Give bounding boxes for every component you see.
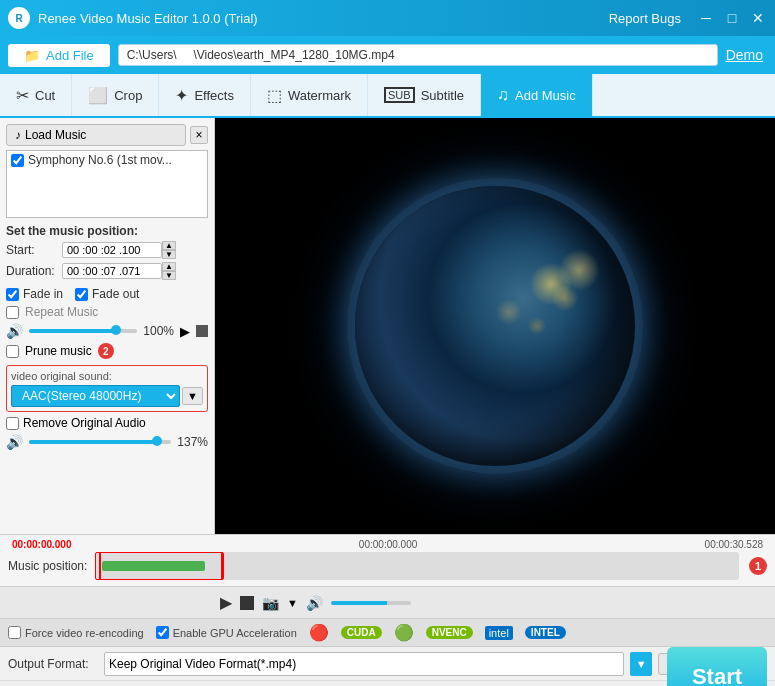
playback-controls: ▶ 📷 ▼ 🔊 (0, 586, 775, 618)
tab-addmusic-label: Add Music (515, 88, 576, 103)
remove-audio-row: Remove Original Audio (6, 416, 208, 430)
duration-spin-buttons: ▲ ▼ (162, 262, 176, 280)
duration-time-input[interactable] (62, 263, 162, 279)
output-format-dropdown-button[interactable]: ▼ (630, 652, 652, 676)
output-format-row: Output Format: ▼ Output Settings (0, 647, 775, 681)
timeline-badge: 1 (749, 557, 767, 575)
start-time-input[interactable] (62, 242, 162, 258)
title-bar: R Renee Video Music Editor 1.0.0 (Trial)… (0, 0, 775, 36)
sound-select[interactable]: AAC(Stereo 48000Hz) (11, 385, 180, 407)
file-path-input[interactable] (118, 44, 718, 66)
playback-volume-icon: 🔊 (306, 595, 323, 611)
timeline-time1: 00:00:00.000 (12, 539, 72, 550)
tab-addmusic[interactable]: ♫ Add Music (481, 74, 593, 116)
main-content: ♪ Load Music × Symphony No.6 (1st mov...… (0, 118, 775, 534)
music-item-checkbox[interactable] (11, 154, 24, 167)
tab-effects[interactable]: ✦ Effects (159, 74, 251, 116)
prune-music-checkbox[interactable] (6, 345, 19, 358)
tab-effects-label: Effects (194, 88, 234, 103)
start-button[interactable]: Start (667, 647, 767, 686)
report-bugs-link[interactable]: Report Bugs (609, 11, 681, 26)
sound-dropdown-button[interactable]: ▼ (182, 387, 203, 405)
duration-spin-up[interactable]: ▲ (162, 262, 176, 271)
stop-button[interactable] (196, 325, 208, 337)
volume-row: 🔊 100% ▶ (6, 323, 208, 339)
playback-play-button[interactable]: ▶ (220, 593, 232, 612)
enable-gpu-option[interactable]: Enable GPU Acceleration (156, 626, 297, 639)
fade-in-checkbox[interactable] (6, 288, 19, 301)
start-spin-up[interactable]: ▲ (162, 241, 176, 250)
music-item-name: Symphony No.6 (1st mov... (28, 153, 172, 167)
tab-subtitle[interactable]: SUB Subtitle (368, 74, 481, 116)
volume-percent: 100% (143, 324, 174, 338)
tab-cut-label: Cut (35, 88, 55, 103)
volume2-percent: 137% (177, 435, 208, 449)
repeat-music-checkbox[interactable] (6, 306, 19, 319)
restore-button[interactable]: □ (723, 9, 741, 27)
app-title: Renee Video Music Editor 1.0.0 (Trial) (38, 11, 609, 26)
close-music-button[interactable]: × (190, 126, 208, 144)
output-format-input[interactable] (104, 652, 624, 676)
start-spin-buttons: ▲ ▼ (162, 241, 176, 259)
volume2-slider[interactable] (29, 440, 171, 444)
load-music-button[interactable]: ♪ Load Music (6, 124, 186, 146)
music-note-icon: ♪ (15, 128, 21, 142)
bottom-section: Force video re-encoding Enable GPU Accel… (0, 618, 775, 686)
position-section: Set the music position: Start: ▲ ▼ Durat… (6, 224, 208, 283)
timeline-ruler: 00:00:00.000 00:00:00.000 00:00:30.528 (8, 539, 767, 550)
duration-time-row: Duration: ▲ ▼ (6, 262, 208, 280)
nvenc-badge: NVENC (426, 626, 473, 639)
intel-badge: INTEL (525, 626, 566, 639)
fade-out-checkbox[interactable] (75, 288, 88, 301)
minimize-button[interactable]: ─ (697, 9, 715, 27)
cut-icon: ✂ (16, 86, 29, 105)
add-file-icon: 📁 (24, 48, 40, 63)
output-folder-row: Output Folder: 📁 🔍 (0, 681, 775, 686)
demo-link[interactable]: Demo (726, 47, 763, 63)
add-file-label: Add File (46, 48, 94, 63)
watermark-icon: ⬚ (267, 86, 282, 105)
left-panel: ♪ Load Music × Symphony No.6 (1st mov...… (0, 118, 215, 534)
fade-checkboxes-row: Fade in Fade out (6, 287, 208, 301)
subtitle-icon: SUB (384, 87, 415, 103)
force-reencode-option[interactable]: Force video re-encoding (8, 626, 144, 639)
play-button[interactable]: ▶ (180, 324, 190, 339)
addmusic-icon: ♫ (497, 86, 509, 104)
prune-music-row: Prune music 2 (6, 343, 208, 359)
camera-icon[interactable]: 📷 (262, 595, 279, 611)
crop-icon: ⬜ (88, 86, 108, 105)
music-position-label: Music position: (8, 559, 87, 573)
start-spin-down[interactable]: ▼ (162, 250, 176, 259)
gpu-logo-nvidia: 🟢 (394, 623, 414, 642)
enable-gpu-label: Enable GPU Acceleration (173, 627, 297, 639)
add-file-button[interactable]: 📁 Add File (8, 44, 110, 67)
tab-watermark[interactable]: ⬚ Watermark (251, 74, 368, 116)
tab-crop[interactable]: ⬜ Crop (72, 74, 159, 116)
nav-tabs: ✂ Cut ⬜ Crop ✦ Effects ⬚ Watermark SUB S… (0, 74, 775, 118)
fade-out-label[interactable]: Fade out (75, 287, 139, 301)
video-preview (355, 186, 635, 466)
video-sound-label: video original sound: (11, 370, 203, 382)
volume-slider[interactable] (29, 329, 137, 333)
prune-badge: 2 (98, 343, 114, 359)
add-file-bar: 📁 Add File Demo (0, 36, 775, 74)
timeline-area: 00:00:00.000 00:00:00.000 00:00:30.528 M… (0, 534, 775, 586)
playback-stop-button[interactable] (240, 596, 254, 610)
load-music-row: ♪ Load Music × (6, 124, 208, 146)
output-rows: Output Format: ▼ Output Settings Output … (0, 646, 775, 686)
remove-audio-checkbox[interactable] (6, 417, 19, 430)
force-reencode-checkbox[interactable] (8, 626, 21, 639)
repeat-music-label: Repeat Music (25, 305, 98, 319)
gpu-logo-amd: 🔴 (309, 623, 329, 642)
tab-cut[interactable]: ✂ Cut (0, 74, 72, 116)
playback-volume-slider[interactable] (331, 601, 411, 605)
timeline-track[interactable] (95, 552, 739, 580)
duration-spin-down[interactable]: ▼ (162, 271, 176, 280)
close-button[interactable]: ✕ (749, 9, 767, 27)
fade-in-label[interactable]: Fade in (6, 287, 63, 301)
list-item[interactable]: Symphony No.6 (1st mov... (7, 151, 207, 169)
repeat-music-row: Repeat Music (6, 305, 208, 319)
enable-gpu-checkbox[interactable] (156, 626, 169, 639)
tab-crop-label: Crop (114, 88, 142, 103)
intel-logo: intel (485, 626, 513, 640)
